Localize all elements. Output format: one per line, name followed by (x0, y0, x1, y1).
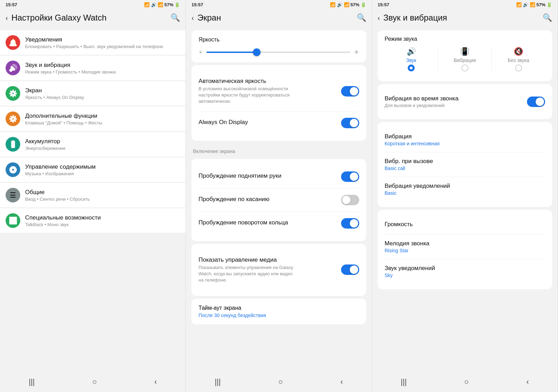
page-header-middle: ‹ Экран 🔍 (186, 9, 371, 28)
media-row: Показать управление медиа Показывать эле… (198, 250, 359, 290)
nav-home-left[interactable]: ○ (92, 377, 97, 386)
settings-item-screen[interactable]: ⚙️ Экран Яркость • Always On Display (0, 81, 186, 106)
vib-call-label: Вибр. при вызове (385, 158, 433, 165)
ringtone-label: Мелодия звонка (385, 240, 430, 247)
back-button-right[interactable]: ‹ (378, 14, 380, 22)
volume-card: Громкость Мелодия звонка Rising Star Зву… (378, 210, 552, 289)
search-button-right[interactable]: 🔍 (543, 13, 552, 22)
wake-touch-toggle[interactable] (341, 195, 359, 205)
vibration-label: Вибрация (454, 57, 476, 63)
item-title-notifications: Уведомления (25, 36, 163, 43)
silent-icon: 🔇 (514, 47, 523, 56)
settings-item-accessibility[interactable]: ♿ Специальные возможности TalkBack • Мон… (0, 208, 186, 233)
auto-brightness-toggle[interactable] (341, 86, 359, 97)
silent-radio[interactable] (515, 64, 522, 71)
vib-call-row[interactable]: Вибр. при вызове Basic call (385, 152, 545, 177)
wake-hand-row: Пробуждение поднятием руки (198, 165, 359, 189)
screen-settings-content: Яркость ☀ ☀ Автоматическая яркость В усл… (186, 28, 371, 373)
auto-brightness-thumb (350, 87, 358, 95)
timeout-label: Тайм-аут экрана (198, 305, 359, 311)
nav-home-right[interactable]: ○ (464, 377, 469, 386)
timeout-card[interactable]: Тайм-аут экрана После 30 секунд бездейст… (191, 299, 366, 324)
time-middle: 15:57 (191, 2, 203, 7)
mode-vibration[interactable]: 📳 Вибрация (438, 47, 491, 71)
settings-item-content[interactable]: 💿 Управление содержимым Музыка • Изображ… (0, 157, 186, 182)
media-label: Показать управление медиа (198, 256, 296, 263)
sound-mode-card: Режим звука 🔊 Звук 📳 Вибрация 🔇 (378, 30, 552, 81)
auto-brightness-desc: В условиях высокой/низкой освещённости н… (198, 86, 296, 105)
nav-menu-right[interactable]: ||| (401, 377, 407, 386)
settings-item-general[interactable]: ☰ Общие Ввод • Синтез речи • Сбросить (0, 183, 186, 208)
vibration-value: Короткая и интенсивная (385, 141, 440, 146)
settings-item-advanced[interactable]: ⚙️ Дополнительные функции Клавиша "Домой… (0, 107, 186, 131)
media-toggle[interactable] (341, 264, 359, 275)
notif-sound-value: Sky (385, 272, 435, 278)
sound-icon: 🔊 (407, 47, 416, 56)
volume-row[interactable]: Громкость (385, 215, 545, 235)
item-icon-content: 💿 (6, 162, 20, 177)
status-bar-right: 15:57 📶 🔊 📶 57%🔋 (372, 0, 558, 9)
wake-rotate-toggle[interactable] (341, 218, 359, 229)
left-panel: 15:57 📶 🔊 📶 57%🔋 ‹ Настройки Galaxy Watc… (0, 0, 186, 392)
nav-menu-left[interactable]: ||| (29, 377, 35, 386)
sound-mode-row: 🔊 Звук 📳 Вибрация 🔇 Без звука (385, 47, 545, 71)
item-text-screen: Экран Яркость • Always On Display (25, 87, 84, 100)
auto-brightness-label: Автоматическая яркость (198, 78, 296, 85)
item-text-accessibility: Специальные возможности TalkBack • Моно … (25, 214, 101, 227)
sound-settings-content: Режим звука 🔊 Звук 📳 Вибрация 🔇 (372, 28, 558, 373)
vibration-radio[interactable] (461, 64, 468, 71)
brightness-slider-row: ☀ ☀ (198, 48, 359, 56)
settings-item-sound[interactable]: 🔊 Звук и вибрация Режим звука • Громкост… (0, 56, 186, 80)
status-icons-middle: 📶 🔊 📶 57%🔋 (330, 2, 366, 7)
aod-thumb (350, 119, 358, 127)
item-icon-general: ☰ (6, 188, 20, 202)
vibration-row[interactable]: Вибрация Короткая и интенсивная (385, 128, 545, 152)
vib-ring-toggle[interactable] (527, 97, 545, 107)
item-subtitle-accessibility: TalkBack • Моно звук (25, 222, 101, 227)
settings-item-battery[interactable]: 🔋 Аккумулятор Энергосбережение (0, 132, 186, 157)
back-button-left[interactable]: ‹ (6, 14, 8, 22)
back-button-middle[interactable]: ‹ (191, 14, 194, 22)
brightness-card: Яркость ☀ ☀ (191, 30, 366, 62)
aod-row: Always On Display (198, 112, 359, 134)
notif-sound-row[interactable]: Звук уведомлений Sky (385, 259, 545, 284)
vib-notif-row[interactable]: Вибрация уведомлений Basic (385, 177, 545, 201)
search-button-middle[interactable]: 🔍 (357, 13, 366, 22)
volume-label: Громкость (385, 221, 413, 228)
sound-label: Звук (406, 57, 416, 63)
ringtone-row[interactable]: Мелодия звонка Rising Star (385, 235, 545, 259)
settings-item-notifications[interactable]: 🔔 Уведомления Блокировать • Разрешить • … (0, 30, 186, 55)
item-title-battery: Аккумулятор (25, 138, 66, 145)
mode-silent[interactable]: 🔇 Без звука (492, 47, 545, 71)
status-icons-left: 📶 🔊 📶 57%🔋 (144, 2, 180, 7)
aod-text: Always On Display (198, 119, 248, 127)
mode-sound[interactable]: 🔊 Звук (385, 47, 438, 71)
item-title-sound: Звук и вибрация (25, 62, 116, 69)
search-button-left[interactable]: 🔍 (171, 13, 180, 22)
item-text-notifications: Уведомления Блокировать • Разрешить • Вы… (25, 36, 163, 49)
nav-bar-right: ||| ○ ‹ (372, 373, 558, 392)
nav-back-middle[interactable]: ‹ (340, 377, 343, 386)
vib-ring-row: Вибрация во время звонка Для вызовов и у… (385, 90, 545, 114)
nav-home-middle[interactable]: ○ (278, 377, 283, 386)
wake-rotate-label: Пробуждение поворотом кольца (198, 219, 288, 226)
brightness-thumb[interactable] (253, 48, 261, 56)
settings-list: 🔔 Уведомления Блокировать • Разрешить • … (0, 28, 186, 373)
page-title-left: Настройки Galaxy Watch (12, 13, 171, 23)
vibration-icon: 📳 (460, 47, 469, 56)
vib-call-text: Вибр. при вызове Basic call (385, 158, 433, 171)
wake-touch-row: Пробуждение по касанию (198, 189, 359, 212)
page-title-middle: Экран (197, 13, 357, 23)
sound-radio[interactable] (408, 64, 415, 71)
wake-hand-toggle[interactable] (341, 171, 359, 182)
ringtone-value: Rising Star (385, 248, 430, 253)
nav-back-right[interactable]: ‹ (526, 377, 529, 386)
aod-label: Always On Display (198, 119, 248, 126)
aod-toggle[interactable] (341, 118, 359, 128)
nav-back-left[interactable]: ‹ (154, 377, 157, 386)
vibration-label2: Вибрация (385, 133, 440, 140)
brightness-slider[interactable] (206, 52, 350, 53)
item-subtitle-content: Музыка • Изображения (25, 171, 96, 176)
nav-menu-middle[interactable]: ||| (215, 377, 221, 386)
vib-notif-value: Basic (385, 190, 450, 196)
